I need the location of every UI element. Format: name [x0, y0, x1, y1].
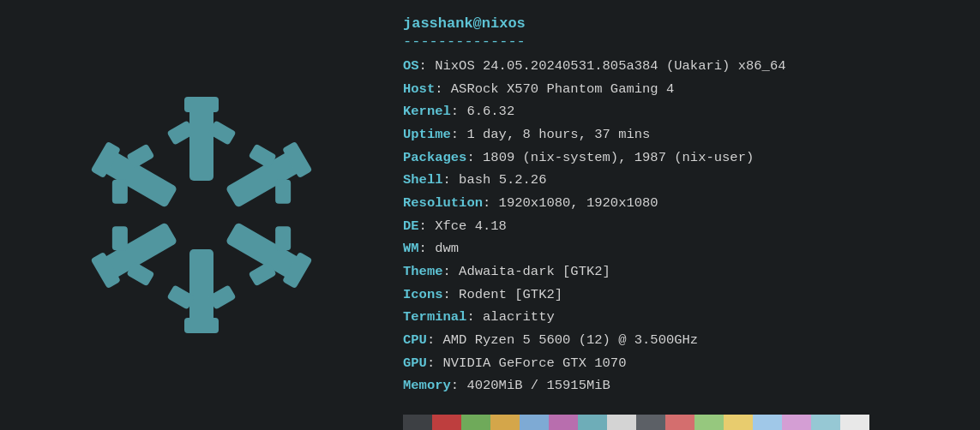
info-value: : 4020MiB / 15915MiB — [451, 378, 610, 393]
info-value: : NixOS 24.05.20240531.805a384 (Uakari) … — [419, 58, 786, 74]
info-row: Resolution: 1920x1080, 1920x1080 — [403, 192, 971, 215]
info-row: Theme: Adwaita-dark [GTK2] — [403, 260, 971, 284]
info-value: : Adwaita-dark [GTK2] — [443, 264, 610, 279]
color-swatch — [811, 415, 840, 430]
info-row: Packages: 1809 (nix-system), 1987 (nix-u… — [403, 146, 971, 170]
info-label: Memory — [403, 378, 451, 393]
info-value: : 1920x1080, 1920x1080 — [483, 195, 658, 211]
color-swatch — [636, 415, 665, 430]
info-row: Host: ASRock X570 Phantom Gaming 4 — [403, 78, 971, 101]
info-label: Uptime — [403, 127, 451, 142]
info-label: Icons — [403, 287, 443, 302]
info-label: Host — [403, 81, 435, 97]
info-value: : NVIDIA GeForce GTX 1070 — [427, 355, 627, 371]
info-row: Kernel: 6.6.32 — [403, 100, 971, 123]
info-label: Terminal — [403, 309, 466, 325]
svg-rect-22 — [112, 226, 128, 250]
info-label: Kernel — [403, 104, 451, 119]
nixos-logo-icon — [21, 27, 382, 403]
info-value: : Rodent [GTK2] — [443, 287, 563, 302]
info-label: Shell — [403, 172, 443, 188]
info-value: : ASRock X570 Phantom Gaming 4 — [435, 81, 674, 97]
info-row: Shell: bash 5.2.26 — [403, 169, 971, 192]
info-value: : bash 5.2.26 — [443, 172, 547, 188]
color-swatch — [403, 415, 432, 430]
color-swatch — [607, 415, 636, 430]
info-label: Packages — [403, 150, 466, 165]
info-row: Memory: 4020MiB / 15915MiB — [403, 374, 971, 397]
info-value: : 6.6.32 — [451, 104, 514, 119]
info-row: Terminal: alacritty — [403, 306, 971, 329]
info-value: : AMD Ryzen 5 5600 (12) @ 3.500GHz — [427, 332, 698, 348]
svg-rect-10 — [275, 180, 291, 204]
info-row: WM: dwm — [403, 237, 971, 260]
info-row: GPU: NVIDIA GeForce GTX 1070 — [403, 352, 971, 375]
info-value: : 1809 (nix-system), 1987 (nix-user) — [466, 150, 754, 165]
color-swatch — [549, 415, 578, 430]
color-swatch — [753, 415, 782, 430]
logo-panel — [0, 0, 403, 430]
info-label: OS — [403, 58, 419, 74]
info-panel: jasshank@nixos -------------- OS: NixOS … — [403, 0, 980, 430]
color-swatch — [782, 415, 811, 430]
color-swatch — [694, 415, 724, 430]
color-swatch — [578, 415, 607, 430]
svg-rect-19 — [184, 318, 219, 333]
svg-rect-1 — [112, 180, 128, 204]
info-label: WM — [403, 241, 419, 256]
color-swatch — [840, 415, 869, 430]
svg-rect-4 — [189, 104, 213, 181]
svg-rect-16 — [189, 249, 213, 326]
color-swatch — [461, 415, 490, 430]
info-row: DE: Xfce 4.18 — [403, 215, 971, 238]
info-lines: OS: NixOS 24.05.20240531.805a384 (Uakari… — [403, 55, 971, 397]
info-value: : Xfce 4.18 — [419, 218, 507, 234]
info-value: : 1 day, 8 hours, 37 mins — [451, 127, 651, 142]
info-label: Theme — [403, 264, 443, 279]
info-label: DE — [403, 218, 419, 234]
svg-rect-13 — [275, 226, 291, 250]
separator: -------------- — [403, 33, 971, 50]
color-swatch — [520, 415, 549, 430]
info-label: GPU — [403, 355, 427, 371]
username: jasshank@nixos — [403, 15, 971, 32]
info-row: OS: NixOS 24.05.20240531.805a384 (Uakari… — [403, 55, 971, 78]
color-swatch — [724, 415, 753, 430]
info-row: CPU: AMD Ryzen 5 5600 (12) @ 3.500GHz — [403, 329, 971, 352]
info-value: : dwm — [419, 241, 460, 256]
info-row: Icons: Rodent [GTK2] — [403, 284, 971, 307]
color-swatches — [403, 415, 971, 430]
info-label: CPU — [403, 332, 427, 348]
info-value: : alacritty — [466, 309, 554, 325]
info-label: Resolution — [403, 195, 483, 211]
info-row: Uptime: 1 day, 8 hours, 37 mins — [403, 123, 971, 146]
color-swatch — [432, 415, 461, 430]
svg-rect-7 — [184, 97, 219, 112]
color-swatch — [665, 415, 694, 430]
color-swatch — [490, 415, 520, 430]
